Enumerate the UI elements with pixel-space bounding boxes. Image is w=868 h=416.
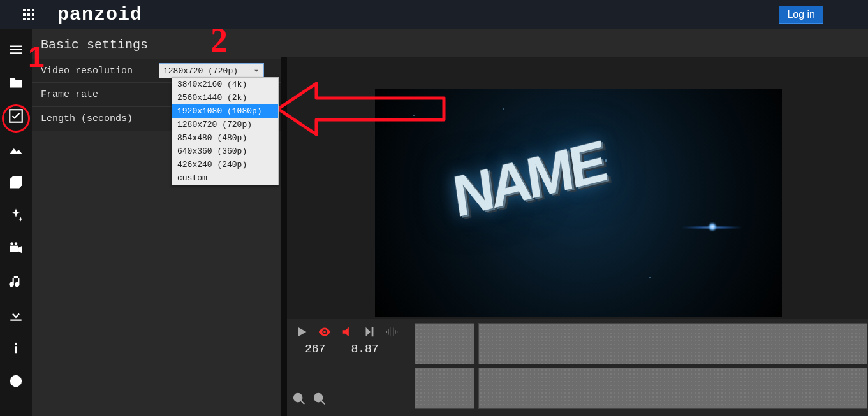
timeline-clip[interactable] xyxy=(478,368,867,409)
smile-icon[interactable] xyxy=(6,371,26,391)
preview-area: NAME 267 8.87 xyxy=(287,57,868,416)
info-icon[interactable] xyxy=(6,338,26,357)
cube-icon[interactable] xyxy=(6,173,26,192)
audio-waveform-icon[interactable] xyxy=(384,325,399,339)
time-seconds: 8.87 xyxy=(351,343,378,355)
label-frame-rate: Frame rate xyxy=(41,89,159,100)
record-eye-toggle[interactable] xyxy=(316,325,333,339)
settings-panel: Basic settings Video resolution 1280x720… xyxy=(32,29,281,416)
top-bar: panzoid Log in xyxy=(0,0,868,29)
particle xyxy=(503,108,504,110)
zoom-in-button[interactable] xyxy=(313,392,327,406)
svg-point-2 xyxy=(10,242,13,245)
label-length: Length (seconds) xyxy=(41,113,159,124)
sparkle-icon[interactable] xyxy=(6,206,26,225)
resolution-option[interactable]: 2560x1440 (2k) xyxy=(172,91,278,104)
svg-point-8 xyxy=(17,379,18,380)
svg-point-7 xyxy=(13,379,15,380)
preview-background: NAME xyxy=(287,57,868,319)
frame-number: 267 xyxy=(305,343,325,355)
checkbox-settings-icon[interactable] xyxy=(6,106,26,126)
preview-3d-text: NAME xyxy=(449,128,607,231)
resolution-option[interactable]: 3840x2160 (4k) xyxy=(172,78,278,91)
resolution-option-highlighted[interactable]: 1920x1080 (1080p) xyxy=(172,104,278,118)
label-video-resolution: Video resolution xyxy=(41,66,159,76)
svg-point-9 xyxy=(323,331,326,333)
video-camera-icon[interactable] xyxy=(6,239,26,258)
svg-point-6 xyxy=(11,376,22,387)
chevron-down-icon xyxy=(252,66,261,75)
volume-toggle[interactable] xyxy=(341,325,355,339)
tool-rail xyxy=(0,29,32,416)
resolution-option[interactable]: custom xyxy=(172,171,278,185)
resolution-dropdown-list[interactable]: 3840x2160 (4k) 2560x1440 (2k) 1920x1080 … xyxy=(172,77,279,185)
svg-rect-1 xyxy=(10,246,18,252)
resolution-selected-value: 1280x720 (720p) xyxy=(163,66,238,76)
resolution-option[interactable]: 854x480 (480p) xyxy=(172,131,278,145)
resolution-select[interactable]: 1280x720 (720p) xyxy=(159,63,264,78)
timeline-clip[interactable] xyxy=(478,323,867,364)
logo-text: panzoid xyxy=(57,4,142,25)
lens-flare xyxy=(680,226,744,229)
folder-icon[interactable] xyxy=(6,73,26,92)
particle xyxy=(413,115,415,116)
timeline[interactable] xyxy=(415,320,868,415)
image-icon[interactable] xyxy=(6,140,26,159)
svg-rect-5 xyxy=(15,346,17,353)
svg-point-3 xyxy=(15,242,17,245)
zoom-controls xyxy=(292,392,327,406)
svg-point-4 xyxy=(15,343,17,345)
login-button[interactable]: Log in xyxy=(779,6,823,24)
particle xyxy=(649,277,651,278)
apps-grid-icon xyxy=(23,9,34,20)
settings-title: Basic settings xyxy=(32,29,281,59)
particle xyxy=(605,159,607,162)
apps-grid-button[interactable] xyxy=(0,0,57,29)
playback-readout: 267 8.87 xyxy=(305,343,379,355)
timeline-clip[interactable] xyxy=(415,323,474,364)
play-button[interactable] xyxy=(295,325,309,339)
zoom-out-button[interactable] xyxy=(292,392,306,406)
download-icon[interactable] xyxy=(6,305,26,324)
resolution-option[interactable]: 1280x720 (720p) xyxy=(172,118,278,131)
resolution-option[interactable]: 640x360 (360p) xyxy=(172,145,278,158)
resolution-option[interactable]: 426x240 (240p) xyxy=(172,158,278,171)
music-note-icon[interactable] xyxy=(6,272,26,291)
timeline-clip[interactable] xyxy=(415,368,474,409)
video-preview[interactable]: NAME xyxy=(375,89,782,317)
menu-icon[interactable] xyxy=(6,40,26,59)
step-forward-button[interactable] xyxy=(362,325,376,339)
